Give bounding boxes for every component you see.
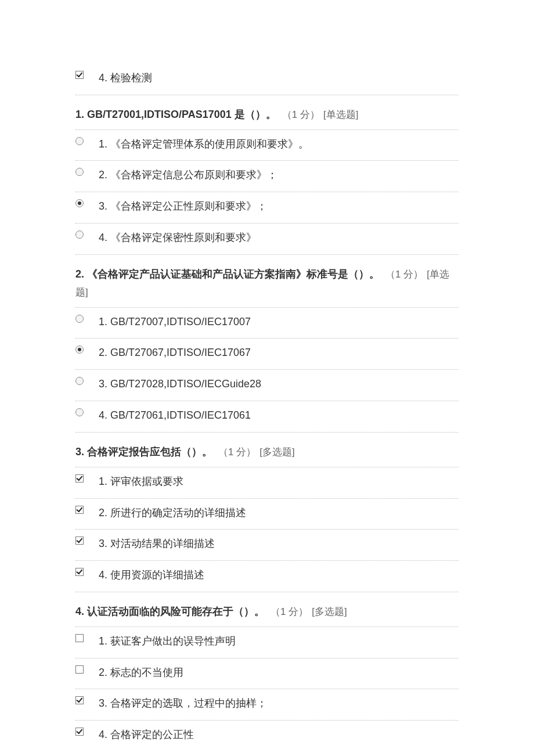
question-number: 2. (75, 268, 84, 280)
option-row: 4. 使用资源的详细描述 (75, 561, 459, 592)
option-row: 4. GB/T27061,IDTISO/IEC17061 (75, 401, 459, 433)
question-type-tag: [单选题] (323, 109, 358, 120)
radio-input[interactable] (75, 315, 84, 323)
option-row: 2. 标志的不当使用 (75, 658, 459, 690)
option-row: 1. 《合格评定管理体系的使用原则和要求》。 (75, 130, 459, 161)
question-points: （1 分） (270, 606, 308, 617)
question-number: 4. (75, 606, 84, 617)
option-text: 3. 合格评定的选取，过程中的抽样； (99, 695, 267, 712)
option-row: 3. 对活动结果的详细描述 (75, 530, 459, 561)
question-title: 《合格评定产品认证基础和产品认证方案指南》标准号是（）。 (87, 268, 380, 280)
radio-input[interactable] (75, 199, 84, 207)
question-header: 3. 合格评定报告应包括（）。（1 分）[多选题] (75, 433, 459, 467)
question-points: （1 分） (385, 269, 423, 280)
option-row: 2. GB/T27067,IDTISO/IEC17067 (75, 339, 459, 370)
question-title: 合格评定报告应包括（）。 (87, 446, 212, 458)
question-type-tag: [多选题] (259, 447, 294, 458)
radio-input[interactable] (75, 408, 84, 416)
radio-input[interactable] (75, 168, 84, 176)
checkbox-input[interactable] (75, 728, 84, 736)
checkbox-input[interactable] (75, 665, 84, 674)
option-row: 1. 获证客户做出的误导性声明 (75, 627, 459, 658)
option-text: 2. GB/T27067,IDTISO/IEC17067 (99, 344, 251, 361)
option-row: 4. 合格评定的公正性 (75, 721, 459, 751)
checkbox-input[interactable] (75, 568, 84, 576)
option-text: 2. 标志的不当使用 (99, 664, 183, 681)
question-number: 1. (75, 109, 84, 120)
checkbox-input[interactable] (75, 506, 84, 514)
option-row: 3. 合格评定的选取，过程中的抽样； (75, 689, 459, 721)
checkbox-input[interactable] (75, 696, 84, 704)
option-row: 3. GB/T27028,IDTISO/IECGuide28 (75, 370, 459, 401)
option-text: 1. GB/T27007,IDTISO/IEC17007 (99, 314, 251, 330)
question-type-tag: [多选题] (312, 606, 347, 617)
checkbox-input[interactable] (75, 71, 84, 79)
radio-input[interactable] (75, 345, 84, 354)
radio-input[interactable] (75, 231, 84, 239)
question-points: （1 分） (218, 447, 256, 458)
option-text: 1. 评审依据或要求 (99, 473, 183, 490)
option-row: 1. GB/T27007,IDTISO/IEC17007 (75, 308, 459, 339)
checkbox-input[interactable] (75, 537, 84, 545)
option-text: 1. 《合格评定管理体系的使用原则和要求》。 (99, 136, 309, 153)
option-row: 3. 《合格评定公正性原则和要求》； (75, 192, 459, 224)
option-text: 4. 使用资源的详细描述 (99, 567, 204, 584)
option-text: 1. 获证客户做出的误导性声明 (99, 633, 236, 650)
question-points: （1 分） (282, 109, 320, 120)
question-header: 4. 认证活动面临的风险可能存在于（）。（1 分）[多选题] (75, 592, 459, 627)
option-text: 3. 对活动结果的详细描述 (99, 535, 215, 552)
option-row: 4. 检验检测 (75, 64, 459, 95)
option-text: 4. 检验检测 (99, 70, 152, 87)
option-row: 1. 评审依据或要求 (75, 467, 459, 499)
question-header: 1. GB/T27001,IDTISO/PAS17001 是（）。（1 分）[单… (75, 95, 459, 130)
option-row: 2. 所进行的确定活动的详细描述 (75, 499, 459, 530)
option-text: 2. 《合格评定信息公布原则和要求》； (99, 167, 277, 183)
checkbox-input[interactable] (75, 474, 84, 483)
checkbox-input[interactable] (75, 634, 84, 642)
option-text: 3. 《合格评定公正性原则和要求》； (99, 198, 267, 215)
option-text: 4. 《合格评定保密性原则和要求》 (99, 229, 257, 246)
option-text: 2. 所进行的确定活动的详细描述 (99, 505, 246, 521)
question-title: 认证活动面临的风险可能存在于（）。 (87, 606, 265, 617)
radio-input[interactable] (75, 137, 84, 145)
radio-input[interactable] (75, 377, 84, 385)
option-text: 4. 合格评定的公正性 (99, 726, 194, 743)
option-text: 3. GB/T27028,IDTISO/IECGuide28 (99, 376, 261, 393)
option-row: 2. 《合格评定信息公布原则和要求》； (75, 161, 459, 192)
question-number: 3. (75, 446, 84, 458)
question-header: 2. 《合格评定产品认证基础和产品认证方案指南》标准号是（）。（1 分）[单选题… (75, 255, 459, 308)
question-title: GB/T27001,IDTISO/PAS17001 是（）。 (87, 109, 276, 120)
option-text: 4. GB/T27061,IDTISO/IEC17061 (99, 407, 251, 424)
option-row: 4. 《合格评定保密性原则和要求》 (75, 224, 459, 255)
